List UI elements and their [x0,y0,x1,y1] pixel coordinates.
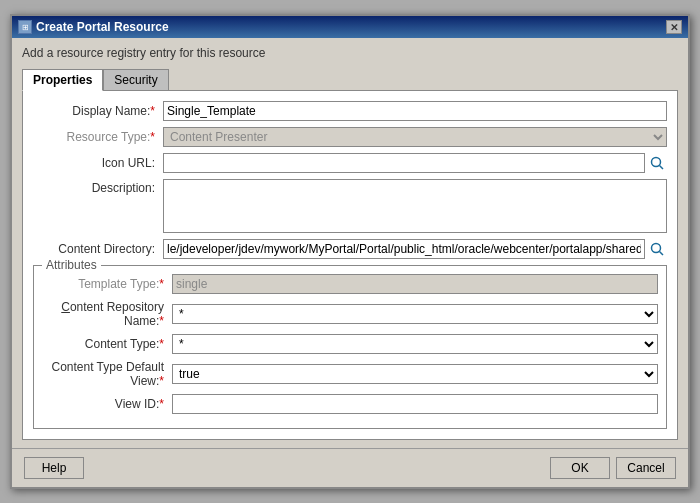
attributes-legend: Attributes [42,258,101,272]
template-type-row: Template Type:* [42,274,658,294]
content-directory-search-button[interactable] [647,239,667,259]
title-bar-left: ⊞ Create Portal Resource [18,20,169,34]
attributes-group: Attributes Template Type:* Content Repos… [33,265,667,429]
icon-url-search-button[interactable] [647,153,667,173]
cancel-button[interactable]: Cancel [616,457,676,479]
tab-security[interactable]: Security [103,69,168,91]
icon-url-input[interactable] [163,153,645,173]
content-type-select[interactable]: * [172,334,658,354]
close-button[interactable]: ✕ [666,20,682,34]
view-id-row: View ID:* [42,394,658,414]
content-type-default-view-label: Content Type Default View:* [42,360,172,388]
tab-content-properties: Display Name:* Resource Type:* Content P… [22,90,678,440]
content-directory-label: Content Directory: [33,242,163,256]
help-button[interactable]: Help [24,457,84,479]
dialog-title: Create Portal Resource [36,20,169,34]
view-id-input[interactable] [172,394,658,414]
content-type-label: Content Type:* [42,337,172,351]
content-directory-row: Content Directory: [33,239,667,259]
create-portal-resource-dialog: ⊞ Create Portal Resource ✕ Add a resourc… [10,14,690,489]
resource-type-row: Resource Type:* Content Presenter [33,127,667,147]
resource-type-select: Content Presenter [163,127,667,147]
tab-properties[interactable]: Properties [22,69,103,91]
svg-line-3 [660,252,664,256]
icon-url-input-group [163,153,667,173]
svg-point-0 [652,158,661,167]
content-type-row: Content Type:* * [42,334,658,354]
content-repo-label: Content Repository Name:* [42,300,172,328]
dialog-icon: ⊞ [18,20,32,34]
content-repo-row: Content Repository Name:* * [42,300,658,328]
content-directory-input[interactable] [163,239,645,259]
search-icon [649,241,665,257]
description-textarea[interactable] [163,179,667,233]
description-label: Description: [33,179,163,195]
template-type-label: Template Type:* [42,277,172,291]
content-type-default-view-select[interactable]: true false [172,364,658,384]
dialog-subtitle: Add a resource registry entry for this r… [22,46,678,60]
resource-type-label: Resource Type:* [33,130,163,144]
content-type-default-view-row: Content Type Default View:* true false [42,360,658,388]
view-id-label: View ID:* [42,397,172,411]
display-name-row: Display Name:* [33,101,667,121]
svg-line-1 [660,166,664,170]
dialog-footer: Help OK Cancel [12,448,688,487]
template-type-input [172,274,658,294]
resource-type-input-group: Content Presenter [163,127,667,147]
ok-button[interactable]: OK [550,457,610,479]
icon-url-label: Icon URL: [33,156,163,170]
content-repo-select[interactable]: * [172,304,658,324]
footer-actions: OK Cancel [550,457,676,479]
title-bar: ⊞ Create Portal Resource ✕ [12,16,688,38]
display-name-label: Display Name:* [33,104,163,118]
icon-url-row: Icon URL: [33,153,667,173]
description-row: Description: [33,179,667,233]
svg-point-2 [652,244,661,253]
content-directory-input-group [163,239,667,259]
dialog-body: Add a resource registry entry for this r… [12,38,688,448]
display-name-input[interactable] [163,101,667,121]
search-icon [649,155,665,171]
tabs: Properties Security [22,68,678,90]
